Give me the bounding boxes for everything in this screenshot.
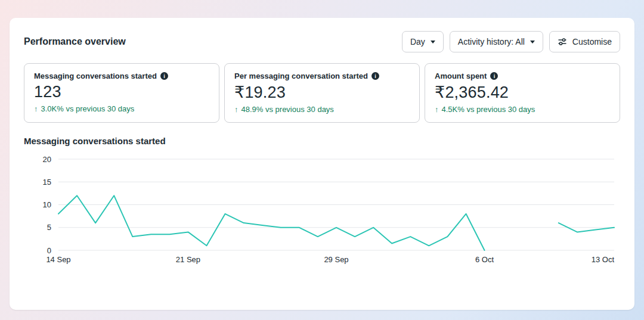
activity-history-label: Activity history: All <box>458 37 525 46</box>
svg-text:15: 15 <box>43 178 51 187</box>
day-dropdown[interactable]: Day <box>402 31 444 52</box>
customise-button[interactable]: Customise <box>549 31 620 52</box>
chart-area: 0510152014 Sep21 Sep29 Sep6 Oct13 Oct <box>24 152 620 266</box>
metric-label-row: Per messaging conversation started i <box>234 72 410 80</box>
up-arrow-icon: ↑ <box>234 105 239 114</box>
svg-text:10: 10 <box>43 200 51 209</box>
svg-text:6 Oct: 6 Oct <box>475 255 494 264</box>
metric-label: Messaging conversations started <box>34 72 157 80</box>
metric-delta-text: 3.0K% vs previous 30 days <box>41 104 135 113</box>
metric-label: Amount spent <box>435 72 487 80</box>
page-title: Performance overview <box>24 36 126 47</box>
metric-card-amount-spent: Amount spent i ₹2,365.42 ↑ 4.5K% vs prev… <box>425 63 620 123</box>
line-chart: 0510152014 Sep21 Sep29 Sep6 Oct13 Oct <box>24 152 620 266</box>
metric-delta: ↑ 3.0K% vs previous 30 days <box>34 104 209 113</box>
metric-value: ₹19.23 <box>234 83 410 102</box>
performance-overview-card: Performance overview Day Activity histor… <box>10 18 634 310</box>
metrics-row: Messaging conversations started i 123 ↑ … <box>24 63 620 123</box>
metric-label-row: Amount spent i <box>435 72 610 80</box>
svg-text:0: 0 <box>47 246 51 255</box>
info-icon[interactable]: i <box>490 72 498 80</box>
metric-delta: ↑ 48.9% vs previous 30 days <box>234 105 410 114</box>
header-controls: Day Activity history: All <box>402 31 620 52</box>
metric-label: Per messaging conversation started <box>234 72 368 80</box>
day-dropdown-label: Day <box>410 37 425 46</box>
info-icon[interactable]: i <box>371 72 379 80</box>
svg-text:20: 20 <box>43 155 51 164</box>
page-background: Performance overview Day Activity histor… <box>0 0 644 320</box>
up-arrow-icon: ↑ <box>435 105 439 114</box>
svg-text:21 Sep: 21 Sep <box>176 255 200 264</box>
metric-value: ₹2,365.42 <box>435 83 610 102</box>
info-icon[interactable]: i <box>160 72 168 80</box>
chart-title: Messaging conversations started <box>24 136 620 146</box>
metric-card-per-messaging-conversation: Per messaging conversation started i ₹19… <box>224 63 420 123</box>
metric-delta: ↑ 4.5K% vs previous 30 days <box>435 105 610 114</box>
chevron-down-icon <box>431 41 435 44</box>
customise-label: Customise <box>572 37 612 46</box>
svg-text:29 Sep: 29 Sep <box>324 255 348 264</box>
svg-text:13 Oct: 13 Oct <box>592 255 615 264</box>
up-arrow-icon: ↑ <box>34 104 38 113</box>
chevron-down-icon <box>530 41 535 44</box>
metric-delta-text: 4.5K% vs previous 30 days <box>442 105 535 114</box>
customise-sliders-icon <box>558 37 567 46</box>
metric-value: 123 <box>34 83 209 101</box>
activity-history-dropdown[interactable]: Activity history: All <box>450 31 543 52</box>
metric-label-row: Messaging conversations started i <box>34 72 209 80</box>
metric-delta-text: 48.9% vs previous 30 days <box>242 105 334 114</box>
metric-card-messaging-conversations-started: Messaging conversations started i 123 ↑ … <box>24 63 219 123</box>
svg-text:5: 5 <box>47 223 51 232</box>
card-header: Performance overview Day Activity histor… <box>24 31 620 52</box>
svg-text:14 Sep: 14 Sep <box>46 255 70 264</box>
